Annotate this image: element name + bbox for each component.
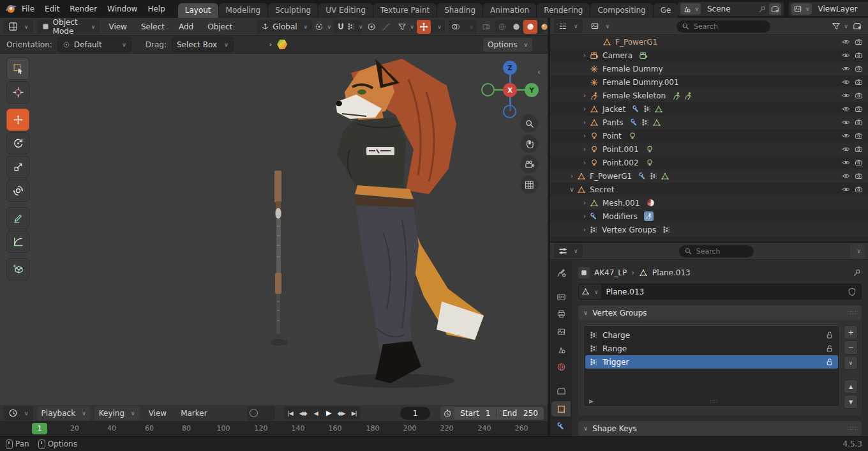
tool-cursor[interactable] bbox=[6, 81, 29, 103]
tab-world[interactable] bbox=[551, 359, 571, 375]
outliner-row[interactable]: › Pants bbox=[550, 116, 868, 129]
disable-render-icon[interactable] bbox=[855, 158, 863, 167]
tool-annotate[interactable] bbox=[6, 207, 29, 229]
workspace-tab-sculpting[interactable]: Sculpting bbox=[268, 3, 318, 18]
menu-select[interactable]: Select bbox=[136, 22, 170, 31]
shading-solid-button[interactable] bbox=[509, 20, 523, 34]
disable-render-icon[interactable] bbox=[855, 78, 863, 86]
jump-to-start-button[interactable]: |◀ bbox=[284, 410, 297, 417]
disable-render-icon[interactable] bbox=[855, 65, 863, 73]
disable-render-icon[interactable] bbox=[855, 38, 863, 46]
tool-transform[interactable] bbox=[6, 180, 29, 202]
scene-new-button[interactable] bbox=[769, 3, 781, 15]
play-button[interactable]: ▶ bbox=[322, 409, 335, 417]
tab-scene[interactable] bbox=[551, 342, 571, 358]
hide-viewport-icon[interactable] bbox=[842, 91, 850, 100]
next-keyframe-button[interactable]: ◆▶ bbox=[335, 410, 348, 417]
vertex-group-item[interactable]: Range bbox=[585, 342, 838, 355]
list-resize-grip[interactable]: ∷∷ bbox=[710, 398, 717, 404]
navigation-gizmo[interactable]: Z X Y bbox=[482, 57, 539, 116]
expand-arrow[interactable]: › bbox=[567, 172, 577, 180]
tab-tool[interactable] bbox=[551, 264, 571, 280]
hide-viewport-icon[interactable] bbox=[842, 51, 850, 59]
outliner-row[interactable]: › F_PowerG1 bbox=[550, 169, 868, 183]
expand-arrow[interactable]: › bbox=[580, 226, 590, 233]
drag-setting-dropdown[interactable]: Select Box bbox=[172, 37, 234, 52]
disable-render-icon[interactable] bbox=[855, 172, 863, 180]
camera-view-button[interactable] bbox=[520, 155, 538, 173]
outliner-row[interactable]: › Jacket bbox=[550, 102, 868, 116]
scene-browse-button[interactable] bbox=[680, 3, 701, 15]
hide-viewport-icon[interactable] bbox=[842, 118, 850, 126]
proportional-falloff-dropdown[interactable] bbox=[380, 20, 391, 34]
tab-collection[interactable] bbox=[551, 383, 571, 399]
tool-measure[interactable] bbox=[6, 231, 29, 253]
workspace-tab-layout[interactable]: Layout bbox=[178, 3, 218, 18]
outliner-row[interactable]: › Point.001 bbox=[550, 142, 868, 156]
blender-logo-icon[interactable] bbox=[5, 3, 17, 15]
options-dropdown[interactable]: Options bbox=[483, 38, 532, 52]
hide-viewport-icon[interactable] bbox=[842, 185, 850, 194]
menu-window[interactable]: Window bbox=[102, 4, 142, 13]
menu-view[interactable]: View bbox=[103, 22, 131, 31]
outliner-search-input[interactable] bbox=[692, 22, 765, 31]
scene-name[interactable]: Scene bbox=[703, 4, 756, 13]
menu-file[interactable]: File bbox=[17, 4, 40, 13]
playback-dropdown[interactable]: Playback bbox=[37, 406, 91, 420]
hide-viewport-icon[interactable] bbox=[842, 65, 850, 73]
breadcrumb-object[interactable]: AK47_LP bbox=[594, 268, 627, 277]
tab-render[interactable] bbox=[551, 289, 571, 305]
timeline-editor-type-button[interactable] bbox=[4, 406, 33, 420]
properties-editor-type-button[interactable] bbox=[554, 244, 583, 258]
properties-options-dropdown[interactable] bbox=[850, 244, 864, 258]
expand-arrow[interactable]: › bbox=[580, 105, 590, 112]
editor-type-button[interactable] bbox=[4, 20, 33, 34]
workspace-tab-rendering[interactable]: Rendering bbox=[537, 3, 590, 18]
menu-edit[interactable]: Edit bbox=[40, 4, 64, 13]
sidebar-collapse-arrow[interactable]: ‹ bbox=[537, 68, 541, 77]
use-preview-range-toggle[interactable] bbox=[440, 406, 454, 420]
lock-open-icon[interactable] bbox=[825, 358, 834, 366]
gizmo-settings-dropdown[interactable] bbox=[431, 20, 445, 34]
outliner-row[interactable]: Female Dummy bbox=[550, 62, 868, 75]
xray-toggle[interactable] bbox=[481, 20, 491, 34]
overlays-settings-dropdown[interactable] bbox=[463, 20, 477, 34]
vertex-group-item-selected[interactable]: Trigger bbox=[585, 355, 838, 369]
properties-search[interactable] bbox=[679, 245, 754, 257]
viewport-canvas[interactable]: Z X Y ‹ bbox=[0, 54, 548, 405]
outliner-search[interactable] bbox=[677, 20, 770, 33]
workspace-tab-geometry-nodes[interactable]: Ge bbox=[654, 3, 678, 18]
hide-viewport-icon[interactable] bbox=[842, 38, 850, 46]
hide-viewport-icon[interactable] bbox=[842, 78, 850, 86]
pivot-point-dropdown[interactable] bbox=[316, 20, 330, 34]
workspace-tab-animation[interactable]: Animation bbox=[483, 3, 536, 18]
gizmo-y-neg-axis[interactable] bbox=[481, 83, 495, 96]
disable-render-icon[interactable] bbox=[855, 132, 863, 140]
orientation-setting-dropdown[interactable]: Default bbox=[57, 37, 131, 52]
pin-icon[interactable] bbox=[758, 5, 767, 13]
perspective-toggle-button[interactable] bbox=[520, 176, 538, 194]
outliner-row[interactable]: › Female Skeleton bbox=[550, 89, 868, 102]
proportional-editing-toggle[interactable] bbox=[366, 20, 377, 34]
prev-keyframe-button[interactable]: ◀◆ bbox=[297, 410, 310, 417]
gizmo-y-axis[interactable]: Y bbox=[525, 83, 539, 97]
menu-help[interactable]: Help bbox=[142, 4, 170, 13]
remove-vertex-group-button[interactable]: − bbox=[844, 340, 858, 355]
outliner-display-mode-button[interactable] bbox=[586, 19, 615, 33]
snap-settings-dropdown[interactable] bbox=[348, 20, 362, 34]
play-reverse-button[interactable]: ◀ bbox=[310, 410, 322, 417]
fox-character[interactable] bbox=[336, 59, 484, 383]
outliner-row[interactable]: › Modifiers bbox=[550, 210, 868, 223]
timeline-menu-view[interactable]: View bbox=[144, 409, 172, 418]
jump-to-end-button[interactable]: ▶| bbox=[348, 410, 361, 417]
timeline-ruler[interactable]: 1 20 40 60 80 100 120 140 160 180 200 22… bbox=[0, 422, 548, 436]
snap-toggle[interactable] bbox=[334, 20, 348, 34]
expand-arrow[interactable]: › bbox=[580, 52, 590, 59]
end-frame-field[interactable]: End250 bbox=[497, 409, 544, 418]
viewport-expand-arrow-icon[interactable]: › bbox=[269, 40, 272, 49]
outliner-row[interactable]: › Camera bbox=[550, 49, 868, 62]
expand-arrow[interactable]: › bbox=[580, 119, 590, 126]
mode-dropdown[interactable]: Object Mode bbox=[37, 20, 100, 34]
vertex-group-list[interactable]: Charge Range Trigger ▶ bbox=[583, 325, 840, 407]
view-layer-name[interactable]: ViewLayer bbox=[814, 4, 867, 13]
